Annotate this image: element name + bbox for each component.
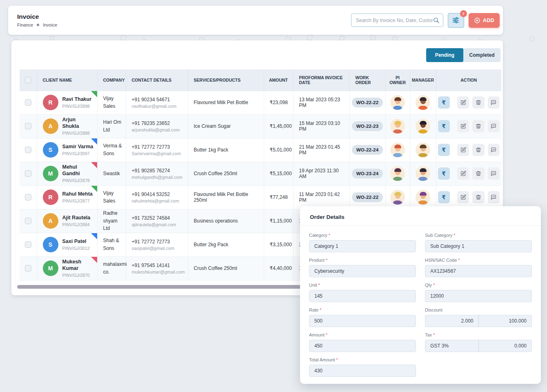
payment-button[interactable]: ₹: [438, 144, 450, 156]
manager-avatar: [416, 190, 430, 205]
page-header: Invoice Finance Invoice 7 ADD: [8, 6, 503, 35]
client-avatar: S: [43, 237, 58, 252]
add-button[interactable]: ADD: [469, 13, 500, 28]
company-cell: Verma & Sons: [97, 138, 126, 162]
background-square-icon: [370, 35, 376, 40]
tax-type-input[interactable]: [425, 340, 478, 352]
edit-button[interactable]: [457, 167, 469, 180]
comment-button[interactable]: [488, 120, 500, 132]
category-input[interactable]: [309, 240, 416, 252]
product-label: Product*: [309, 258, 416, 263]
category-label: Category*: [309, 233, 416, 238]
amount-cell: ₹77,248: [264, 185, 293, 209]
delete-button[interactable]: [472, 120, 484, 132]
client-name: Ajit Rautela: [62, 215, 91, 221]
work-order-badge: WO-22-22: [352, 192, 383, 202]
edit-button[interactable]: [457, 120, 469, 132]
comment-button[interactable]: [488, 144, 500, 156]
row-checkbox[interactable]: [25, 99, 31, 106]
edit-button[interactable]: [457, 96, 469, 109]
edit-button[interactable]: [457, 144, 469, 156]
comment-button[interactable]: [488, 191, 500, 203]
priority-flag: [91, 91, 97, 97]
row-checkbox[interactable]: [25, 123, 31, 129]
breadcrumb-invoice[interactable]: Invoice: [43, 22, 57, 27]
company-cell: Vijay Sales: [97, 185, 126, 209]
search-input[interactable]: [356, 18, 433, 23]
client-name: Arjun Shukla: [62, 117, 94, 129]
manager-avatar: [416, 95, 430, 110]
service-cell: Flavoured Milk Pet Bottle: [188, 91, 264, 114]
payment-button[interactable]: ₹: [438, 96, 450, 109]
tax-amount-input[interactable]: [478, 340, 532, 352]
edit-button[interactable]: [457, 191, 469, 203]
row-checkbox[interactable]: [25, 218, 31, 224]
status-tabs: Pending Completed: [426, 48, 500, 62]
row-checkbox[interactable]: [25, 170, 31, 177]
delete-button[interactable]: [472, 167, 484, 180]
priority-flag: [91, 233, 97, 239]
table-row: R Rahul Mehta PINV/GJ/2877 Vijay Sales +…: [20, 185, 501, 209]
delete-button[interactable]: [472, 96, 484, 109]
row-checkbox[interactable]: [25, 241, 31, 248]
unit-input[interactable]: [309, 290, 416, 302]
delete-button[interactable]: [472, 144, 484, 156]
table-row: R Ravi Thakur PINV/GJ/2898 Vijay Sales +…: [20, 91, 501, 114]
search-icon: [433, 17, 440, 24]
contact-email: mehulgandhi@gmail.com: [132, 175, 185, 180]
row-checkbox[interactable]: [25, 265, 31, 272]
amount-cell: ₹5,01,000: [264, 138, 293, 162]
row-checkbox[interactable]: [25, 194, 31, 200]
page-title: Invoice: [17, 13, 57, 20]
client-invoice-id: PINV/GJ/2877: [62, 198, 93, 203]
delete-button[interactable]: [472, 191, 484, 203]
contact-phone: +91 72772 72773: [132, 239, 185, 245]
field-unit: Unit*: [309, 283, 416, 302]
payment-button[interactable]: ₹: [438, 191, 450, 203]
client-avatar: S: [43, 142, 58, 158]
rate-label: Rate*: [309, 307, 416, 312]
tab-completed[interactable]: Completed: [463, 48, 500, 62]
client-avatar: R: [43, 189, 58, 205]
chat-icon: [491, 171, 496, 176]
company-cell: Shah & Sons: [97, 233, 126, 256]
breadcrumb-finance[interactable]: Finance: [17, 22, 33, 27]
comment-button[interactable]: [488, 96, 500, 109]
chat-icon: [491, 194, 496, 200]
amount-cell: ₹5,15,000: [264, 162, 293, 185]
trash-icon: [476, 100, 481, 105]
amount-input[interactable]: [309, 340, 416, 352]
work-order-badge: WO-22-24: [352, 145, 383, 155]
field-product: Product*: [309, 258, 416, 277]
sub-category-input[interactable]: [425, 240, 532, 252]
col-company: COMPANY: [97, 69, 126, 91]
payment-button[interactable]: ₹: [438, 120, 450, 132]
tab-pending[interactable]: Pending: [426, 48, 463, 62]
total-amount-input[interactable]: [309, 365, 416, 377]
invoice-date-cell: 21 Mar 2023 01:45 PM: [293, 138, 349, 162]
pi-owner-avatar: [390, 166, 405, 181]
contact-email: arjunshukla@gmail.com: [132, 127, 185, 132]
order-details-panel: Order Details Category* Sub Category* Pr…: [300, 206, 541, 384]
discount-amount-input[interactable]: [478, 315, 532, 327]
rate-input[interactable]: [309, 315, 416, 327]
payment-button[interactable]: ₹: [438, 167, 450, 180]
chat-icon: [491, 100, 496, 105]
pi-owner-avatar: [390, 119, 405, 134]
contact-phone: +91 97545 14141: [132, 263, 185, 268]
select-all-checkbox[interactable]: [25, 77, 31, 83]
qty-input[interactable]: [425, 290, 532, 302]
breadcrumb: Finance Invoice: [17, 22, 57, 27]
comment-button[interactable]: [488, 167, 500, 180]
product-input[interactable]: [309, 265, 416, 277]
hsn-sac-code-input[interactable]: [425, 265, 532, 277]
amount-cell: ₹23,098: [264, 91, 293, 114]
col-client-name: CLIENT NAME: [37, 69, 97, 91]
field-sub-category: Sub Category*: [425, 233, 532, 252]
discount-percent-input[interactable]: [425, 315, 478, 327]
client-invoice-id: PINV/GJ/2888: [62, 131, 94, 136]
trash-icon: [476, 194, 481, 200]
filter-button[interactable]: 7: [448, 13, 464, 28]
row-checkbox[interactable]: [25, 147, 31, 153]
background-square-icon: [120, 35, 127, 41]
